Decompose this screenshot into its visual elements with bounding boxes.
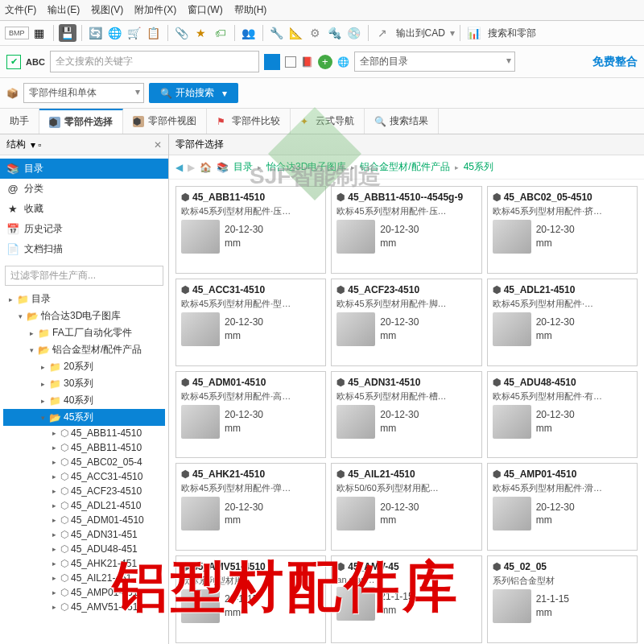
crumb-lib[interactable]: 怡合达3D电子图库 [266,160,346,174]
menu-window[interactable]: 窗口(W) [188,3,222,17]
tabbar: 助手 ⬢零部件选择 ⬢零部件视图 ⚑零部件比较 ✦云式导航 🔍搜索结果 [0,109,644,134]
export-icon[interactable]: ↗ [374,24,391,42]
checkbox-2[interactable] [285,56,296,68]
chart-icon[interactable]: 📊 [465,24,483,42]
grid-icon[interactable]: ▦ [31,24,48,42]
menu-view[interactable]: 视图(V) [91,3,123,17]
main-panel: 零部件选择 ◀ ▶ 🏠 📚目录▸ 怡合达3D电子图库▸ 铝合金型材/配件产品▸ … [169,134,644,644]
part-thumbnail [181,220,220,254]
search-parts-button[interactable]: 搜索和零部 [488,27,536,40]
tree-part[interactable]: ▸⬡45_ACC31-4510 [3,469,165,484]
cart-icon[interactable]: 🛒 [126,24,143,42]
searchbar2: 📦 零部件组和单体 🔍开始搜索▾ [0,78,644,109]
part-card[interactable]: ⬢45_AMP01-4510 欧标45系列型材用配件·滑… 20-12-30mm [487,463,638,551]
nav-item[interactable]: 📅历史记录 [0,219,168,239]
tree-series[interactable]: ▸📁40系列 [3,392,165,409]
tab-results[interactable]: 🔍搜索结果 [365,109,439,134]
tree-root[interactable]: ▸📁目录 [3,291,165,308]
tool1-icon[interactable]: 🔧 [268,24,286,42]
star-icon[interactable]: ★ [192,24,210,42]
part-card[interactable]: ⬢45_ACF23-4510 欧标45系列型材用配件·脚… 20-12-30mm [331,279,481,366]
tree-part[interactable]: ▸⬡45_ADU48-451 [3,542,165,556]
book-icon[interactable]: 📕 [301,56,313,68]
nav-item[interactable]: 📄文档扫描 [0,239,168,259]
filter-input[interactable]: 过滤零部件生产商... [5,266,163,286]
tree-part[interactable]: ▸⬡45_AIL21-451 [3,571,165,585]
part-card[interactable]: ⬢45_AHK21-4510 欧标45系列型材用配件·弹… 20-12-30mm [175,463,326,551]
part-card[interactable]: ⬢45_ADU48-4510 欧标45系列型材用配件·有… 20-12-30mm [487,371,638,459]
tree-part[interactable]: ▸⬡45_ADL21-4510 [3,498,165,513]
tree-aluminum[interactable]: ▾📂铝合金型材/配件产品 [3,341,165,358]
crumb-al[interactable]: 铝合金型材/配件产品 [360,160,449,174]
tab-cloud-nav[interactable]: ✦云式导航 [291,109,365,134]
users-icon[interactable]: 👥 [240,24,258,42]
tree-series[interactable]: ▸📁20系列 [3,358,165,375]
part-card[interactable]: ⬢45_ADM01-4510 欧标45系列型材用配件·高… 20-12-30mm [175,371,326,459]
fwd-icon[interactable]: ▶ [188,162,195,173]
part-card[interactable]: ⬢45_ABB11-4510--4545g-9 欧标45系列型材用配件·压… 2… [331,186,481,274]
menu-help[interactable]: 帮助(H) [234,3,267,17]
part-card[interactable]: ⬢45_ADL21-4510 欧标45系列型材用配件·… 20-12-30mm [487,279,638,366]
part-card[interactable]: ⬢45_ADN31-4510 欧标45系列型材用配件·槽… 20-12-30mm [331,371,481,459]
tab-compare[interactable]: ⚑零部件比较 [207,109,291,134]
nav-item[interactable]: @分类 [0,179,168,199]
tab-parts-select[interactable]: ⬢零部件选择 [39,109,123,134]
tree-part[interactable]: ▸⬡45_ABC02_05-4 [3,455,165,469]
start-search-button[interactable]: 🔍开始搜索▾ [149,83,238,103]
add-button[interactable]: + [318,55,332,69]
tool2-icon[interactable]: 📐 [287,24,305,42]
scope-dropdown[interactable]: 零部件组和单体 [23,83,144,103]
world-icon[interactable]: 🌐 [106,24,124,42]
part-card[interactable]: ⬢45_AIL21-4510 欧标50/60系列型材用配… 20-12-30mm [331,463,481,551]
crumb-root[interactable]: 目录 [233,160,253,174]
catalog-dropdown[interactable]: 全部的目录 [354,52,515,72]
back-icon[interactable]: ◀ [175,162,183,173]
tree-part[interactable]: ▸⬡45_ADN31-451 [3,527,165,542]
tree-45-series[interactable]: ▾📂45系列 [3,409,165,426]
menu-output[interactable]: 输出(E) [47,3,80,17]
clip-icon[interactable]: 📎 [173,24,191,42]
part-card[interactable]: ⬢45_ABB11-4510 欧标45系列型材用配件·压… 20-12-30mm [175,186,326,274]
tree-part[interactable]: ▸⬡45_AHK21-451 [3,556,165,571]
bmp-button[interactable]: BMP [5,27,29,39]
part-card[interactable]: ⬢45_AMV51-4510 欧标系列型材用… 21-1-15mm [175,555,326,643]
close-sidebar-icon[interactable]: ✕ [154,139,162,151]
tree-part[interactable]: ▸⬡45_ABB11-4510 [3,440,165,455]
fulltext-check[interactable]: ✔ [6,55,21,69]
tag-icon[interactable]: 🏷 [212,24,229,42]
tree-series[interactable]: ▸📁30系列 [3,375,165,392]
tree-lib[interactable]: ▾📂怡合达3D电子图库 [3,308,165,324]
tab-helper[interactable]: 助手 [0,109,39,134]
tree-part[interactable]: ▸⬡45_ACF23-4510 [3,484,165,498]
free-integrate-link[interactable]: 免费整合 [592,55,638,69]
tree-part[interactable]: ▸⬡45_ABB11-4510 [3,426,165,440]
tree-part[interactable]: ▸⬡45_AMP01-451 [3,585,165,600]
refresh-icon[interactable]: 🔄 [87,24,105,42]
part-card[interactable]: ⬢45_AMV-45 an stan… 21-1-15mm [331,555,481,643]
part-card[interactable]: ⬢45_ACC31-4510 欧标45系列型材用配件·型… 20-12-30mm [175,279,326,366]
part-card[interactable]: ⬢45_02_05 系列铝合金型材 21-1-15mm [487,555,638,643]
export-cad-button[interactable]: 输出到CAD [396,27,445,40]
menu-file[interactable]: 文件(F) [5,3,36,17]
tree-part[interactable]: ▸⬡45_AMV51-451 [3,600,165,614]
main-header: 零部件选择 [169,134,644,155]
tree-fa[interactable]: ▸📁FA工厂自动化零件 [3,324,165,341]
home-icon[interactable]: 🏠 [200,162,212,173]
search-dropdown-icon[interactable] [264,54,280,70]
tab-parts-view[interactable]: ⬢零部件视图 [123,109,207,134]
tree-part[interactable]: ▸⬡45_ADM01-4510 [3,513,165,527]
pin-icon[interactable]: ▾ ▫ [31,139,42,151]
disk-icon[interactable]: 💾 [59,24,76,42]
crumb-45[interactable]: 45系列 [464,160,493,174]
searchbar: ✔ ABC 全文搜索的关键字 📕 + 🌐 全部的目录 免费整合 [0,46,644,78]
nav-item[interactable]: ★收藏 [0,199,168,219]
nav-item[interactable]: 📚目录 [0,159,168,179]
search-input[interactable]: 全文搜索的关键字 [50,51,259,72]
tool4-icon[interactable]: 🔩 [326,24,344,42]
part-card[interactable]: ⬢45_ABC02_05-4510 欧标45系列型材用配件·挤… 20-12-3… [487,186,638,274]
part-thumbnail [336,497,375,530]
tool3-icon[interactable]: ⚙ [307,24,324,42]
menu-addons[interactable]: 附加件(X) [134,3,176,17]
list-icon[interactable]: 📋 [145,24,163,42]
tool5-icon[interactable]: 💿 [345,24,363,42]
